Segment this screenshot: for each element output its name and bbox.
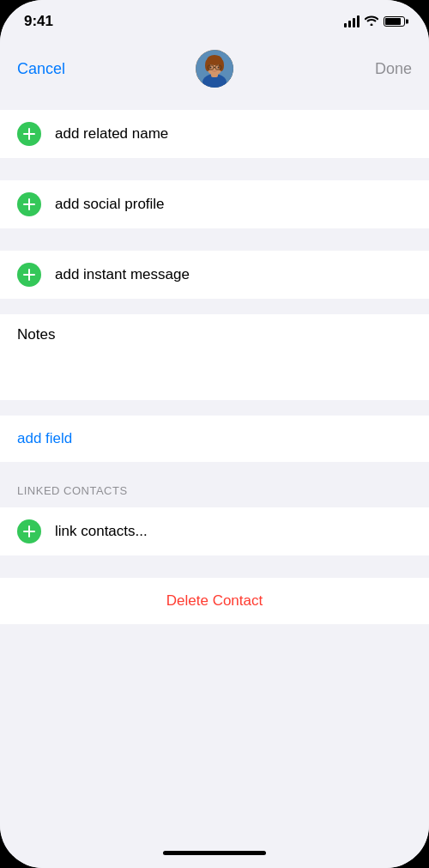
add-instant-message-item[interactable]: add instant message [0, 251, 429, 299]
separator-7 [0, 562, 429, 571]
content-scroll: add related name add social profile [0, 94, 429, 842]
separator-1 [0, 94, 429, 103]
add-field-section[interactable]: add field [0, 416, 429, 462]
add-social-profile-icon [17, 192, 41, 216]
linked-contacts-header: LINKED CONTACTS [0, 477, 429, 501]
cancel-button[interactable]: Cancel [17, 60, 65, 78]
status-icons [344, 15, 405, 28]
add-social-profile-label: add social profile [55, 196, 165, 213]
nav-bar: Cancel [0, 43, 429, 94]
signal-bars-icon [344, 15, 360, 27]
avatar [196, 50, 233, 88]
notes-label: Notes [17, 326, 55, 343]
battery-icon [384, 16, 405, 27]
done-button[interactable]: Done [375, 60, 412, 78]
home-indicator-area [0, 842, 429, 868]
phone-frame: 9:41 Cancel [0, 0, 429, 868]
link-contacts-icon [17, 519, 41, 543]
add-instant-message-icon [17, 263, 41, 287]
add-related-name-item[interactable]: add related name [0, 110, 429, 158]
separator-2 [0, 165, 429, 173]
instant-message-section: add instant message [0, 251, 429, 299]
add-social-profile-item[interactable]: add social profile [0, 180, 429, 228]
link-contacts-item[interactable]: link contacts... [0, 507, 429, 555]
wifi-icon [365, 15, 378, 28]
delete-contact-section[interactable]: Delete Contact [0, 578, 429, 624]
add-instant-message-label: add instant message [55, 266, 190, 283]
link-contacts-label: link contacts... [55, 523, 148, 540]
status-bar: 9:41 [0, 0, 429, 43]
separator-6 [0, 469, 429, 477]
status-time: 9:41 [24, 13, 53, 30]
svg-point-11 [218, 67, 220, 69]
linked-contacts-section: link contacts... [0, 507, 429, 555]
add-field-label[interactable]: add field [17, 430, 72, 447]
separator-3 [0, 235, 429, 244]
home-indicator [163, 851, 266, 855]
svg-point-10 [210, 67, 212, 69]
separator-4 [0, 306, 429, 314]
related-name-section: add related name [0, 110, 429, 158]
social-profile-section: add social profile [0, 180, 429, 228]
separator-5 [0, 400, 429, 409]
add-related-name-label: add related name [55, 125, 168, 143]
notes-item[interactable]: Notes [0, 314, 429, 400]
add-related-name-icon [17, 122, 41, 146]
notes-section: Notes [0, 314, 429, 400]
delete-contact-label[interactable]: Delete Contact [166, 592, 263, 610]
separator-8 [0, 631, 429, 640]
